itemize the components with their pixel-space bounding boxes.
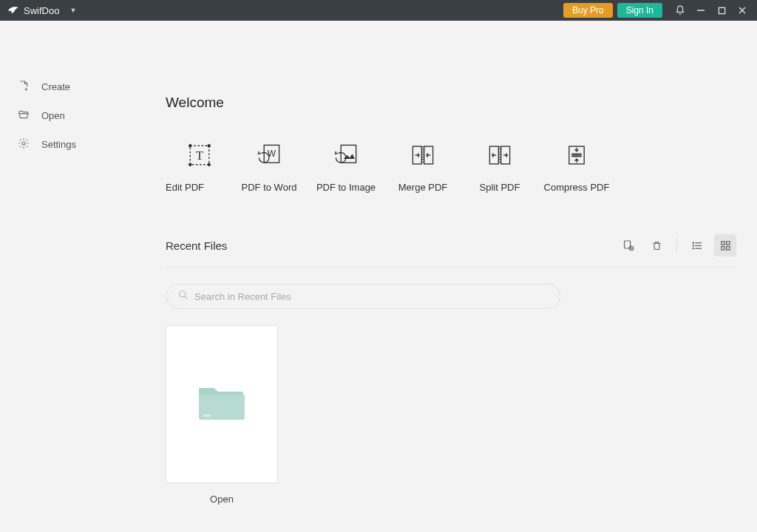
divider [166,267,736,267]
recent-header: Recent Files [166,234,736,256]
chevron-down-icon[interactable]: ▼ [69,7,76,14]
svg-rect-35 [726,246,729,249]
pdf-to-image-icon [333,142,359,168]
recent-tools [617,234,736,256]
action-compress-pdf[interactable]: Compress PDF [538,142,615,193]
action-label: Edit PDF [166,182,204,193]
sidebar-item-create[interactable]: Create [0,72,140,101]
close-button[interactable] [732,0,753,21]
pdf-to-word-icon: W [256,142,282,168]
action-split-pdf[interactable]: Split PDF [461,142,538,193]
pin-icon[interactable] [617,234,639,256]
titlebar: SwifDoo ▼ Buy Pro Sign In [0,0,757,21]
minimize-button[interactable] [690,0,711,21]
action-label: Merge PDF [398,182,447,193]
swifdoo-bird-icon [7,4,19,16]
svg-rect-33 [726,241,729,244]
app-logo[interactable]: SwifDoo ▼ [7,4,76,16]
svg-point-29 [693,242,693,243]
svg-point-31 [693,248,693,248]
search-box[interactable] [166,284,560,309]
action-row: T Edit PDF W PDF to Word PDF to Image [166,142,736,193]
sidebar-item-settings[interactable]: Settings [0,130,140,159]
folder-icon [196,382,248,426]
main-area: Create Open Settings Welcome T Edit PDF [0,21,757,532]
svg-point-9 [208,163,210,166]
action-pdf-to-word[interactable]: W PDF to Word [231,142,308,193]
svg-rect-32 [721,241,724,244]
action-edit-pdf[interactable]: T Edit PDF [166,142,231,193]
sidebar-item-open[interactable]: Open [0,101,140,130]
trash-icon[interactable] [645,234,668,256]
svg-rect-38 [203,415,211,417]
open-card[interactable]: Open [166,325,278,505]
sidebar: Create Open Settings [0,21,140,532]
buy-pro-button[interactable]: Buy Pro [563,3,613,18]
open-card-box [166,325,278,483]
action-label: Split PDF [480,182,520,193]
edit-pdf-icon: T [186,142,213,168]
search-icon [178,290,189,303]
svg-rect-13 [341,145,356,163]
svg-point-8 [189,163,191,166]
svg-point-36 [180,291,186,297]
list-view-button[interactable] [686,234,708,256]
welcome-title: Welcome [166,95,736,111]
svg-line-37 [185,296,188,299]
gear-icon [18,137,30,151]
search-wrap [166,284,736,309]
svg-point-7 [208,145,210,147]
svg-rect-34 [721,246,724,249]
action-pdf-to-image[interactable]: PDF to Image [308,142,384,193]
sidebar-item-label: Open [41,110,65,121]
split-pdf-icon [486,142,513,168]
file-grid: Open [166,325,736,505]
action-label: PDF to Word [242,182,297,193]
recent-files-title: Recent Files [166,239,227,252]
open-icon [18,109,30,123]
content: Welcome T Edit PDF W PDF to Word PDF to … [140,21,757,532]
app-name: SwifDoo [24,5,59,16]
action-label: Compress PDF [544,182,610,193]
create-icon [18,80,30,94]
compress-pdf-icon [563,142,590,168]
grid-view-button[interactable] [714,234,736,256]
bell-icon[interactable] [670,0,690,21]
svg-rect-1 [719,7,724,13]
open-card-label: Open [166,494,278,505]
svg-point-6 [189,145,191,147]
search-input[interactable] [194,291,548,302]
action-merge-pdf[interactable]: Merge PDF [384,142,461,193]
action-label: PDF to Image [316,182,376,193]
sidebar-item-label: Create [41,81,70,92]
sign-in-button[interactable]: Sign In [617,3,662,18]
merge-pdf-icon [410,142,436,168]
sidebar-item-label: Settings [41,139,76,150]
svg-point-4 [22,142,25,145]
separator [676,239,677,252]
svg-point-30 [693,245,693,245]
svg-text:T: T [196,149,204,163]
maximize-button[interactable] [711,0,732,21]
